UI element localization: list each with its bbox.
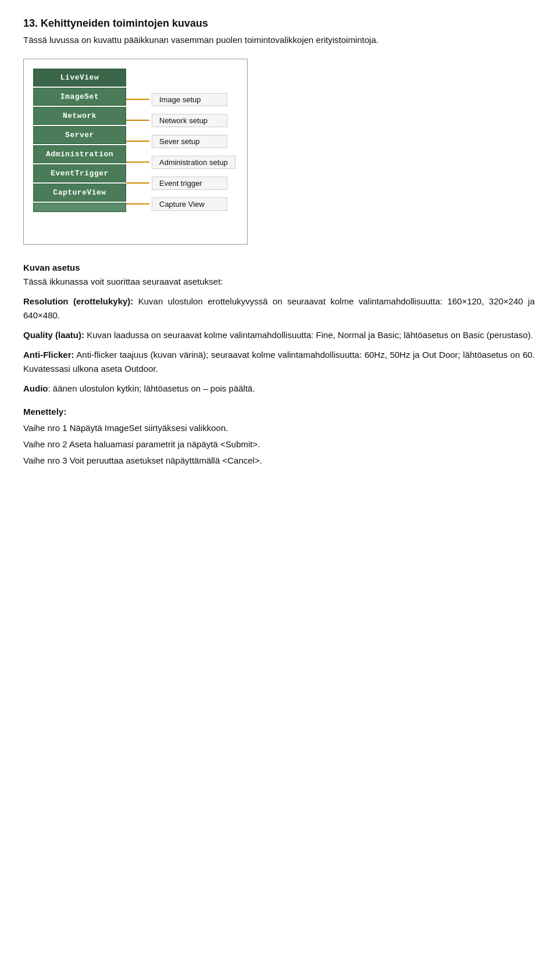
connector-network (126, 110, 149, 130)
connector-imageset (126, 89, 149, 109)
menu-btn-captureview[interactable]: CaptureView (33, 184, 126, 202)
submenu-event-trigger: Event trigger (149, 173, 235, 193)
menu-btn-imageset[interactable]: ImageSet (33, 88, 126, 106)
section-kuvan-asetus: Kuvan asetus Tässä ikkunassa voit suorit… (23, 261, 535, 396)
connector-eventtrigger (126, 173, 149, 193)
antiflicker-paragraph: Anti-Flicker: Anti-flicker taajuus (kuva… (23, 348, 535, 376)
quality-paragraph: Quality (laatu): Kuvan laadussa on seura… (23, 328, 535, 342)
menu-btn-liveview[interactable]: LiveView (33, 69, 126, 87)
section-menettely: Menettely: Vaihe nro 1 Näpäytä ImageSet … (23, 405, 535, 468)
submenu-administration-setup: Administration setup (149, 152, 235, 172)
connector-liveview (126, 69, 149, 88)
procedure-step-2: Vaihe nro 2 Aseta haluamasi parametrit j… (23, 437, 535, 451)
audio-paragraph: Audio: äänen ulostulon kytkin; lähtöaset… (23, 382, 535, 396)
menu-buttons: LiveView ImageSet Network Server Adminis… (33, 69, 126, 212)
submenu-area: Image setup Network setup Sever setup Ad… (149, 69, 235, 235)
connector-administration (126, 152, 149, 172)
page-subtitle: Tässä luvussa on kuvattu pääikkunan vase… (23, 33, 535, 47)
submenu-image-setup: Image setup (149, 89, 235, 109)
menu-btn-empty (33, 203, 126, 212)
procedure-step-3: Vaihe nro 3 Voit peruuttaa asetukset näp… (23, 454, 535, 468)
menu-btn-eventtrigger[interactable]: EventTrigger (33, 164, 126, 182)
connector-empty (126, 215, 149, 235)
connector-captureview (126, 194, 149, 214)
menu-btn-administration[interactable]: Administration (33, 145, 126, 163)
submenu-network-setup: Network setup (149, 110, 235, 130)
resolution-paragraph: Resolution (erottelukyky): Kuvan ulostul… (23, 295, 535, 322)
menettely-title: Menettely: (23, 405, 535, 419)
menu-btn-network[interactable]: Network (33, 107, 126, 125)
submenu-server-setup: Sever setup (149, 131, 235, 151)
submenu-capture-view: Capture View (149, 194, 235, 214)
menu-diagram: LiveView ImageSet Network Server Adminis… (23, 59, 248, 245)
procedure-step-1: Vaihe nro 1 Näpäytä ImageSet siirtyäkses… (23, 421, 535, 435)
menu-btn-server[interactable]: Server (33, 126, 126, 144)
section-title-kuvan-asetus: Kuvan asetus Tässä ikkunassa voit suorit… (23, 261, 535, 289)
connector-area (126, 69, 149, 235)
connector-server (126, 131, 149, 151)
page-title: 13. Kehittyneiden toimintojen kuvaus (23, 17, 535, 30)
